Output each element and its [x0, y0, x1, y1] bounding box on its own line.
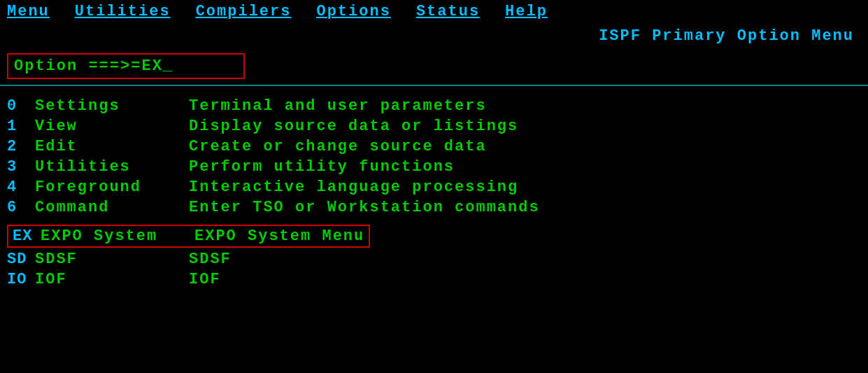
opt-desc-view: Display source data or listings — [189, 118, 518, 135]
option-input-row: Option ===> — [7, 53, 245, 79]
menu-status[interactable]: Status — [416, 3, 480, 20]
list-item: 4 Foreground Interactive language proces… — [7, 178, 868, 196]
opt-number-6: 6 — [7, 199, 35, 216]
opt-desc-settings: Terminal and user parameters — [189, 97, 487, 115]
opt-name-edit: Edit — [35, 138, 189, 155]
menu-compilers[interactable]: Compilers — [196, 3, 292, 20]
opt-name-expo: EXPO System — [41, 227, 194, 245]
opt-number-1: 1 — [7, 118, 35, 135]
screen: Menu Utilities Compilers Options Status … — [0, 0, 868, 373]
opt-desc-expo: EXPO System Menu — [194, 227, 364, 245]
opt-number-3: 3 — [7, 158, 35, 176]
opt-number-4: 4 — [7, 178, 35, 196]
menu-utilities[interactable]: Utilities — [75, 3, 171, 20]
opt-name-iof: IOF — [35, 271, 189, 288]
extra-options: SD SDSF SDSF IO IOF IOF — [7, 251, 868, 288]
opt-number-io: IO — [7, 271, 35, 288]
menubar: Menu Utilities Compilers Options Status … — [0, 0, 868, 23]
list-item: EX EXPO System EXPO System Menu — [13, 227, 364, 245]
options-list: 0 Settings Terminal and user parameters … — [7, 97, 868, 216]
list-item: 1 View Display source data or listings — [7, 118, 868, 135]
opt-name-sdsf: SDSF — [35, 251, 189, 268]
list-item: 3 Utilities Perform utility functions — [7, 158, 868, 176]
list-item: IO IOF IOF — [7, 271, 868, 288]
list-item: SD SDSF SDSF — [7, 251, 868, 268]
option-input[interactable] — [131, 57, 215, 75]
page-title: ISPF Primary Option Menu — [0, 23, 868, 48]
opt-name-utilities: Utilities — [35, 158, 189, 176]
option-prompt-label: Option ===> — [14, 57, 131, 75]
opt-name-command: Command — [35, 199, 189, 216]
list-item: 6 Command Enter TSO or Workstation comma… — [7, 199, 868, 216]
opt-name-foreground: Foreground — [35, 178, 189, 196]
opt-desc-utilities: Perform utility functions — [189, 158, 455, 176]
menu-help[interactable]: Help — [505, 3, 548, 20]
list-item: 2 Edit Create or change source data — [7, 138, 868, 155]
opt-desc-iof: IOF — [189, 271, 221, 288]
menu-menu[interactable]: Menu — [7, 3, 50, 20]
opt-number-2: 2 — [7, 138, 35, 155]
opt-desc-sdsf: SDSF — [189, 251, 232, 268]
highlighted-section: EX EXPO System EXPO System Menu — [7, 225, 370, 248]
opt-name-view: View — [35, 118, 189, 135]
menu-options[interactable]: Options — [316, 3, 390, 20]
opt-name-settings: Settings — [35, 97, 189, 115]
list-item: 0 Settings Terminal and user parameters — [7, 97, 868, 115]
opt-desc-edit: Create or change source data — [189, 138, 487, 155]
opt-number-0: 0 — [7, 97, 35, 115]
opt-number-sd: SD — [7, 251, 35, 268]
opt-desc-foreground: Interactive language processing — [189, 178, 518, 196]
separator-line — [0, 85, 868, 86]
opt-desc-command: Enter TSO or Workstation commands — [189, 199, 540, 216]
opt-number-ex: EX — [13, 227, 41, 245]
